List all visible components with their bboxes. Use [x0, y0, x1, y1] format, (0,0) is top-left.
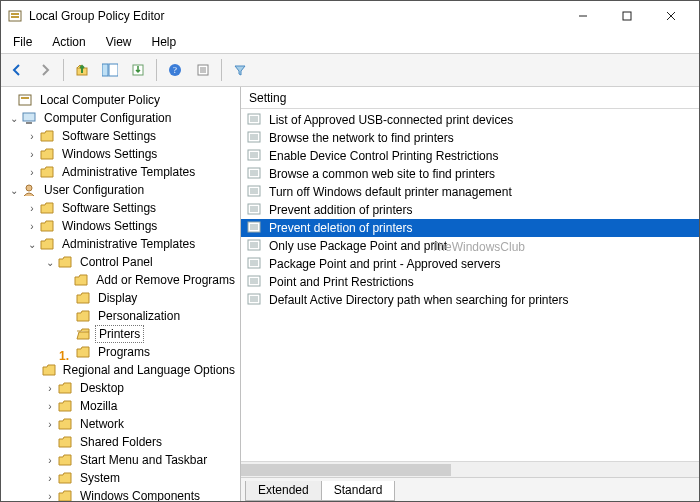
list-item[interactable]: Default Active Directory path when searc… — [241, 291, 699, 309]
tree-cc-software[interactable]: ›Software Settings — [3, 127, 240, 145]
tree-mozilla[interactable]: ›Mozilla — [3, 397, 240, 415]
setting-icon — [247, 221, 263, 235]
tree-cp-addremove[interactable]: Add or Remove Programs — [3, 271, 240, 289]
horizontal-scrollbar[interactable] — [241, 461, 699, 477]
list-item[interactable]: List of Approved USB-connected print dev… — [241, 111, 699, 129]
tree-cp-personalization[interactable]: Personalization — [3, 307, 240, 325]
up-button[interactable] — [70, 58, 94, 82]
menu-action[interactable]: Action — [44, 33, 93, 51]
list-item[interactable]: Only use Package Point and print — [241, 237, 699, 255]
expander-icon[interactable]: › — [25, 149, 39, 160]
tree-uc-software[interactable]: ›Software Settings — [3, 199, 240, 217]
folder-icon — [39, 201, 55, 215]
user-icon — [21, 183, 37, 197]
svg-rect-9 — [109, 64, 118, 76]
tree-cp-printers[interactable]: Printers — [3, 325, 240, 343]
list-item[interactable]: Turn off Windows default printer managem… — [241, 183, 699, 201]
list-item[interactable]: Package Point and print - Approved serve… — [241, 255, 699, 273]
policy-icon — [17, 93, 33, 107]
tree-cc-admin[interactable]: ›Administrative Templates — [3, 163, 240, 181]
expander-icon[interactable]: ⌄ — [25, 239, 39, 250]
list-item[interactable]: Prevent addition of printers — [241, 201, 699, 219]
list-item-label: Package Point and print - Approved serve… — [269, 257, 500, 271]
expander-icon[interactable]: › — [43, 491, 57, 502]
folder-icon — [57, 453, 73, 467]
list-item-label: Enable Device Control Printing Restricti… — [269, 149, 498, 163]
tree-computer-config[interactable]: ⌄Computer Configuration — [3, 109, 240, 127]
list-item-label: Prevent deletion of printers — [269, 221, 412, 235]
tab-standard[interactable]: Standard — [321, 481, 396, 501]
tree-cp-regional[interactable]: Regional and Language Options — [3, 361, 240, 379]
properties-button[interactable] — [191, 58, 215, 82]
tree-cc-windows[interactable]: ›Windows Settings — [3, 145, 240, 163]
tree-uc-windows[interactable]: ›Windows Settings — [3, 217, 240, 235]
minimize-button[interactable] — [561, 1, 605, 31]
column-header-setting[interactable]: Setting — [241, 87, 699, 109]
expander-icon[interactable]: › — [43, 473, 57, 484]
tabstrip: Extended Standard — [241, 477, 699, 501]
list-item-label: Turn off Windows default printer managem… — [269, 185, 512, 199]
expander-icon[interactable]: › — [25, 221, 39, 232]
tree-cp-programs[interactable]: Programs — [3, 343, 240, 361]
expander-icon[interactable]: ⌄ — [43, 257, 57, 268]
expander-icon[interactable]: › — [25, 167, 39, 178]
folder-icon — [57, 471, 73, 485]
svg-rect-18 — [21, 97, 29, 99]
maximize-button[interactable] — [605, 1, 649, 31]
setting-icon — [247, 185, 263, 199]
tree-system[interactable]: ›System — [3, 469, 240, 487]
tree-windows-components[interactable]: ›Windows Components — [3, 487, 240, 501]
folder-icon — [39, 219, 55, 233]
window-title: Local Group Policy Editor — [29, 9, 164, 23]
tree-shared-folders[interactable]: Shared Folders — [3, 433, 240, 451]
setting-icon — [247, 113, 263, 127]
expander-icon[interactable]: › — [43, 419, 57, 430]
tree-control-panel[interactable]: ⌄Control Panel — [3, 253, 240, 271]
tab-extended[interactable]: Extended — [245, 481, 322, 501]
menu-help[interactable]: Help — [144, 33, 185, 51]
setting-icon — [247, 149, 263, 163]
expander-icon[interactable]: ⌄ — [7, 113, 21, 124]
tree-pane[interactable]: Local Computer Policy ⌄Computer Configur… — [1, 87, 241, 501]
list-item[interactable]: Enable Device Control Printing Restricti… — [241, 147, 699, 165]
expander-icon[interactable]: › — [25, 203, 39, 214]
back-button[interactable] — [5, 58, 29, 82]
expander-icon[interactable]: › — [43, 383, 57, 394]
tree-uc-admin[interactable]: ⌄Administrative Templates — [3, 235, 240, 253]
folder-icon — [75, 309, 91, 323]
close-button[interactable] — [649, 1, 693, 31]
menu-file[interactable]: File — [5, 33, 40, 51]
tree-root[interactable]: Local Computer Policy — [3, 91, 240, 109]
show-hide-tree-button[interactable] — [98, 58, 122, 82]
folder-icon — [75, 291, 91, 305]
titlebar: Local Group Policy Editor — [1, 1, 699, 31]
setting-icon — [247, 275, 263, 289]
settings-list[interactable]: 2. TheWindowsClub List of Approved USB-c… — [241, 109, 699, 461]
list-item[interactable]: Browse the network to find printers — [241, 129, 699, 147]
list-item[interactable]: Point and Print Restrictions — [241, 273, 699, 291]
list-item[interactable]: Prevent deletion of printers — [241, 219, 699, 237]
scrollbar-thumb[interactable] — [241, 464, 451, 476]
expander-icon[interactable]: ⌄ — [7, 185, 21, 196]
expander-icon[interactable]: › — [43, 455, 57, 466]
computer-icon — [21, 111, 37, 125]
list-item-label: List of Approved USB-connected print dev… — [269, 113, 513, 127]
help-button[interactable]: ? — [163, 58, 187, 82]
window: Local Group Policy Editor File Action Vi… — [0, 0, 700, 502]
forward-button[interactable] — [33, 58, 57, 82]
tree-cp-display[interactable]: Display — [3, 289, 240, 307]
tree-start-menu[interactable]: ›Start Menu and Taskbar — [3, 451, 240, 469]
list-item[interactable]: Browse a common web site to find printer… — [241, 165, 699, 183]
expander-icon[interactable]: › — [25, 131, 39, 142]
expander-icon[interactable]: › — [43, 401, 57, 412]
filter-button[interactable] — [228, 58, 252, 82]
export-list-button[interactable] — [126, 58, 150, 82]
tree-user-config[interactable]: ⌄User Configuration — [3, 181, 240, 199]
tree-network[interactable]: ›Network — [3, 415, 240, 433]
tree-desktop[interactable]: ›Desktop — [3, 379, 240, 397]
menu-view[interactable]: View — [98, 33, 140, 51]
menubar: File Action View Help — [1, 31, 699, 53]
svg-rect-8 — [102, 64, 108, 76]
list-item-label: Default Active Directory path when searc… — [269, 293, 568, 307]
folder-icon — [39, 147, 55, 161]
